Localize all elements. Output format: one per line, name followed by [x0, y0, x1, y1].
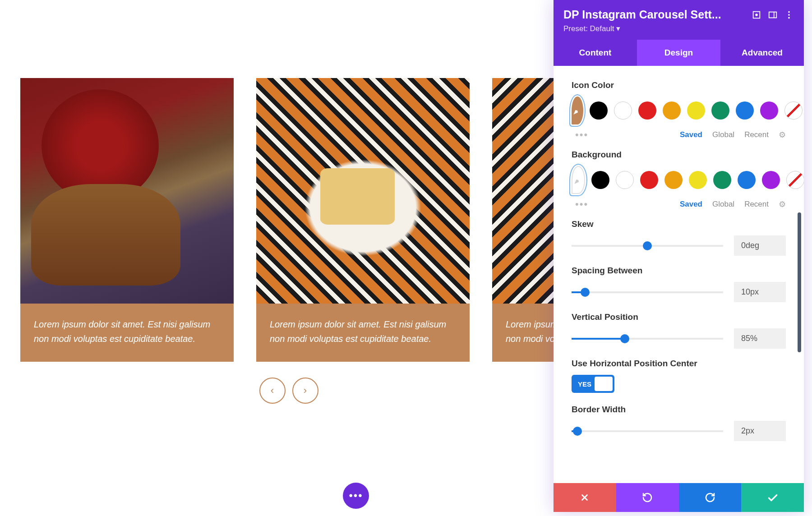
color-picker-current[interactable]	[572, 97, 583, 124]
picker-tab-global[interactable]: Global	[712, 200, 734, 209]
swatch-none[interactable]	[786, 171, 804, 189]
undo-button[interactable]	[616, 483, 679, 512]
slider-thumb[interactable]	[620, 334, 629, 343]
tab-design[interactable]: Design	[637, 40, 720, 66]
expand-icon[interactable]	[752, 10, 761, 20]
skew-value[interactable]	[734, 235, 786, 256]
cancel-button[interactable]	[554, 483, 616, 512]
carousel-track[interactable]: Lorem ipsum dolor sit amet. Est nisi gal…	[20, 78, 557, 362]
prev-button[interactable]: ‹	[259, 378, 286, 404]
scrollbar[interactable]	[798, 212, 801, 352]
background-subtabs: ••• Saved Global Recent ⚙	[575, 198, 786, 210]
panel-footer	[554, 483, 804, 512]
more-dots-icon[interactable]: •••	[575, 198, 588, 210]
swatch-green[interactable]	[713, 171, 731, 189]
border-slider[interactable]	[572, 430, 723, 432]
picker-tab-global[interactable]: Global	[712, 130, 734, 139]
carousel-card[interactable]: Lorem ipsum dolor sit amet. Est nisi gal…	[20, 78, 234, 362]
card-image	[256, 78, 470, 304]
snap-icon[interactable]	[768, 10, 778, 20]
more-dots-icon[interactable]: •••	[575, 129, 588, 141]
vpos-value[interactable]	[734, 328, 786, 349]
spacing-slider[interactable]	[572, 291, 723, 293]
next-button[interactable]: ›	[292, 378, 318, 404]
builder-fab[interactable]: •••	[343, 483, 369, 509]
swatch-purple[interactable]	[760, 101, 778, 120]
skew-slider[interactable]	[572, 245, 723, 247]
card-image	[20, 78, 234, 304]
swatch-yellow[interactable]	[689, 171, 707, 189]
carousel-card[interactable]: Lorem ipsum dolor sit amet. Est nisi gal…	[256, 78, 470, 362]
more-icon[interactable]	[784, 10, 794, 20]
swatch-purple[interactable]	[762, 171, 780, 189]
icon-color-swatches	[572, 97, 786, 124]
panel-tabs: Content Design Advanced	[554, 40, 804, 66]
svg-point-1	[756, 14, 757, 16]
picker-tab-saved[interactable]: Saved	[680, 200, 702, 209]
swatch-blue[interactable]	[736, 101, 754, 120]
vpos-slider[interactable]	[572, 338, 723, 340]
redo-button[interactable]	[679, 483, 742, 512]
swatch-green[interactable]	[711, 101, 729, 120]
svg-point-6	[788, 17, 790, 18]
picker-tab-recent[interactable]: Recent	[744, 130, 769, 139]
swatch-black[interactable]	[591, 171, 609, 189]
picker-tab-saved[interactable]: Saved	[680, 130, 702, 139]
tab-advanced[interactable]: Advanced	[720, 40, 804, 66]
color-picker-current[interactable]	[572, 166, 585, 194]
toggle-label: YES	[578, 380, 591, 388]
label-background: Background	[572, 150, 786, 160]
label-vpos: Vertical Position	[572, 312, 786, 322]
label-border: Border Width	[572, 405, 786, 415]
swatch-black[interactable]	[590, 101, 608, 120]
carousel: Lorem ipsum dolor sit amet. Est nisi gal…	[20, 78, 557, 404]
slider-thumb[interactable]	[581, 288, 590, 297]
panel-body[interactable]: Icon Color ••• Saved Global Recent ⚙ Bac…	[554, 66, 804, 483]
svg-point-4	[788, 11, 790, 13]
swatch-white[interactable]	[616, 171, 634, 189]
swatch-orange[interactable]	[664, 171, 683, 189]
carousel-nav: ‹ ›	[20, 378, 557, 404]
toggle-knob	[595, 377, 613, 391]
gear-icon[interactable]: ⚙	[779, 199, 786, 209]
swatch-white[interactable]	[614, 101, 632, 120]
panel-title: DP Instagram Carousel Sett...	[563, 8, 745, 21]
label-skew: Skew	[572, 219, 786, 229]
save-button[interactable]	[741, 483, 804, 512]
picker-tab-recent[interactable]: Recent	[744, 200, 769, 209]
swatch-blue[interactable]	[738, 171, 756, 189]
swatch-orange[interactable]	[663, 101, 681, 120]
card-caption: Lorem ipsum dolor sit amet. Est nisi gal…	[20, 304, 234, 362]
tab-content[interactable]: Content	[554, 40, 637, 66]
slider-thumb[interactable]	[643, 241, 652, 250]
label-icon-color: Icon Color	[572, 80, 786, 90]
svg-rect-2	[769, 12, 777, 18]
swatch-red[interactable]	[638, 101, 656, 120]
card-caption: Lorem ipsum dolor sit amet. Est nisi gal…	[256, 304, 470, 362]
background-swatches	[572, 166, 786, 194]
spacing-value[interactable]	[734, 282, 786, 302]
slider-thumb[interactable]	[573, 427, 582, 436]
panel-header: DP Instagram Carousel Sett... Preset: De…	[554, 0, 804, 40]
swatch-none[interactable]	[784, 101, 803, 120]
label-spacing: Spacing Between	[572, 266, 786, 276]
hcenter-toggle[interactable]: YES	[572, 375, 614, 393]
border-value[interactable]	[734, 421, 786, 441]
preset-dropdown[interactable]: Preset: Default ▾	[563, 24, 794, 33]
settings-panel: DP Instagram Carousel Sett... Preset: De…	[554, 0, 804, 512]
svg-point-5	[788, 14, 790, 16]
swatch-red[interactable]	[640, 171, 658, 189]
label-hcenter: Use Horizontal Position Center	[572, 359, 786, 369]
swatch-yellow[interactable]	[687, 101, 705, 120]
gear-icon[interactable]: ⚙	[779, 130, 786, 140]
icon-color-subtabs: ••• Saved Global Recent ⚙	[575, 129, 786, 141]
